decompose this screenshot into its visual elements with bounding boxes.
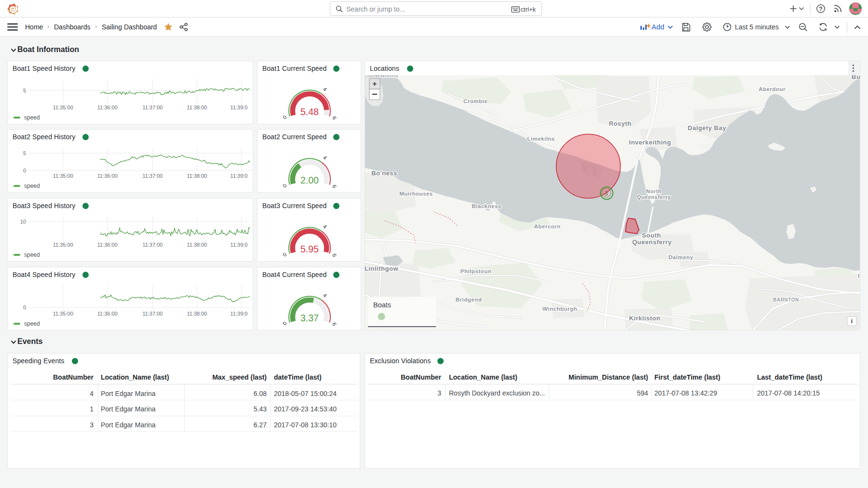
svg-text:3: 3 [604, 190, 608, 197]
svg-text:0: 0 [282, 320, 288, 326]
svg-text:11:35:00: 11:35:00 [53, 311, 73, 317]
svg-text:BARNTON: BARNTON [773, 297, 799, 303]
svg-text:11:37:00: 11:37:00 [142, 311, 163, 317]
svg-text:Queensferry: Queensferry [637, 194, 671, 200]
svg-text:Linlithgow: Linlithgow [365, 265, 398, 272]
svg-text:Aberdour: Aberdour [759, 86, 786, 92]
svg-text:4: 4 [322, 292, 328, 299]
svg-text:6: 6 [331, 184, 338, 189]
svg-text:3.37: 3.37 [300, 313, 319, 323]
svg-text:Philpstoun: Philpstoun [461, 268, 491, 274]
svg-text:11:35:00: 11:35:00 [53, 105, 73, 110]
svg-text:11:39:0: 11:39:0 [231, 311, 248, 317]
svg-text:Bur: Bur [852, 75, 860, 80]
svg-text:Abercorn: Abercorn [534, 224, 560, 229]
svg-text:Limekilns: Limekilns [527, 136, 555, 142]
svg-text:11:38:00: 11:38:00 [187, 105, 207, 110]
svg-text:10: 10 [20, 219, 26, 224]
svg-text:11:36:00: 11:36:00 [97, 105, 118, 110]
svg-text:11:39:0: 11:39:0 [231, 173, 248, 179]
svg-text:5.48: 5.48 [300, 106, 319, 117]
svg-text:Winchburgh: Winchburgh [542, 306, 577, 312]
svg-text:0: 0 [282, 114, 288, 120]
svg-text:North: North [646, 188, 662, 194]
svg-text:2.00: 2.00 [300, 175, 319, 185]
svg-text:0: 0 [23, 304, 26, 310]
svg-text:11:39:0: 11:39:0 [231, 242, 248, 248]
svg-text:Queensferry: Queensferry [632, 238, 672, 246]
svg-text:?: ? [819, 6, 822, 13]
svg-text:6: 6 [331, 115, 338, 120]
svg-text:11:36:00: 11:36:00 [97, 173, 118, 179]
svg-text:11:38:00: 11:38:00 [187, 311, 207, 317]
svg-text:Inverkeithing: Inverkeithing [629, 139, 671, 146]
svg-text:PILTC: PILTC [858, 274, 860, 279]
svg-text:11:39:0: 11:39:0 [231, 105, 248, 110]
svg-text:11:37:00: 11:37:00 [142, 105, 163, 110]
svg-text:11:37:00: 11:37:00 [142, 242, 163, 248]
svg-text:Blackness: Blackness [472, 203, 501, 209]
svg-text:Bo'ness: Bo'ness [371, 170, 397, 177]
svg-text:4: 4 [322, 155, 328, 161]
svg-text:Rosyth: Rosyth [609, 120, 631, 127]
svg-text:Bridgend: Bridgend [456, 297, 482, 303]
svg-text:5: 5 [23, 88, 26, 93]
svg-text:5: 5 [23, 150, 26, 156]
svg-text:6: 6 [331, 321, 338, 327]
svg-text:Newmills: Newmills [373, 75, 398, 78]
svg-text:11:35:00: 11:35:00 [53, 242, 73, 248]
svg-text:11:38:00: 11:38:00 [187, 242, 207, 248]
svg-text:0: 0 [282, 251, 288, 257]
svg-text:11:37:00: 11:37:00 [142, 173, 163, 179]
svg-text:Boats: Boats [373, 301, 391, 309]
svg-text:South: South [642, 232, 661, 239]
svg-text:0: 0 [23, 168, 26, 173]
svg-text:i: i [851, 318, 853, 325]
svg-text:11:38:00: 11:38:00 [187, 173, 207, 179]
svg-text:11:36:00: 11:36:00 [97, 242, 118, 248]
svg-text:4: 4 [322, 224, 328, 230]
svg-text:Crombie: Crombie [463, 98, 488, 104]
svg-text:6: 6 [331, 252, 338, 258]
svg-text:+: + [373, 79, 377, 88]
svg-text:Dalgety Bay: Dalgety Bay [688, 124, 726, 132]
svg-text:11:35:00: 11:35:00 [53, 173, 73, 179]
svg-text:11:36:00: 11:36:00 [97, 311, 118, 317]
svg-text:5.95: 5.95 [300, 244, 319, 254]
svg-text:Kirkliston: Kirkliston [629, 315, 661, 322]
svg-text:Muirhouses: Muirhouses [399, 191, 433, 197]
svg-text:Dalmeny: Dalmeny [668, 254, 693, 260]
svg-text:0: 0 [282, 183, 288, 188]
svg-text:4: 4 [322, 86, 328, 92]
